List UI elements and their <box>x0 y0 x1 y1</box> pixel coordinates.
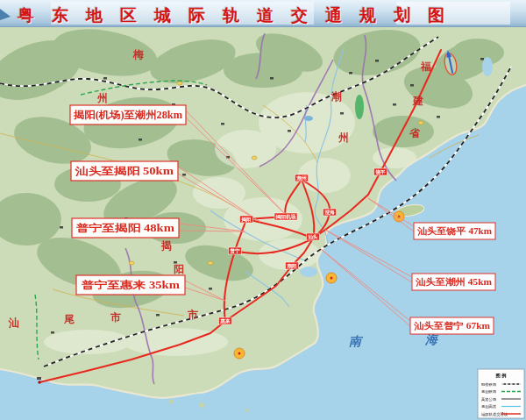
region-label-chaozhou: 潮 <box>331 90 342 103</box>
svg-text:汕头至普宁 67km: 汕头至普宁 67km <box>413 321 491 331</box>
callout-shantou-raoping: 汕头至饶平 47km <box>414 223 495 239</box>
region-label-shanwei: 尾 <box>63 313 75 325</box>
forest-patch <box>355 95 364 119</box>
svg-text:潮州: 潮州 <box>296 175 308 182</box>
city-box-puning: 普宁 <box>229 247 242 254</box>
city-box-huilai: 惠来 <box>219 317 232 324</box>
city-box-chaoyang: 潮阳 <box>286 262 299 269</box>
title-bar: 粤东地区城际轨道交通规划图 <box>0 0 526 27</box>
region-label-meizhou: 梅 <box>132 48 144 61</box>
svg-text:汕头: 汕头 <box>308 234 319 240</box>
callout-jieyang-airport-chaozhou: 揭阳(机场)至潮州28km <box>70 105 186 125</box>
region-label-meizhou: 州 <box>96 92 108 104</box>
callout-shantou-jieyang: 汕头至揭阳 50km <box>71 161 178 181</box>
map-canvas: 梅 州 潮 州 福 建 省 汕 尾 市 揭 阳 市 南 海 <box>0 27 526 420</box>
callout-shantou-puning: 汕头至普宁 67km <box>410 317 494 334</box>
svg-text:既有铁路: 既有铁路 <box>481 382 497 387</box>
header-left-decoration <box>0 9 11 20</box>
region-label-shanwei: 市 <box>110 311 121 324</box>
svg-text:惠来: 惠来 <box>220 318 231 324</box>
svg-text:揭阳(机场)至潮州28km: 揭阳(机场)至潮州28km <box>73 110 183 121</box>
svg-text:汕头至潮州 45km: 汕头至潮州 45km <box>415 277 493 288</box>
sea-label: 海 <box>424 333 439 346</box>
region-label-shanwei: 汕 <box>8 317 19 329</box>
svg-text:揭阳: 揭阳 <box>241 217 252 223</box>
city-box-raoping: 饶平 <box>374 168 387 175</box>
callout-puning-jieyang: 普宁至揭阳 48km <box>72 218 179 238</box>
svg-text:澄海: 澄海 <box>324 210 336 216</box>
region-label-jieyang: 揭 <box>160 239 172 252</box>
city-box-jieyang: 揭阳 <box>240 216 253 223</box>
svg-text:汕头至饶平 47km: 汕头至饶平 47km <box>416 226 493 237</box>
city-box-shantou: 汕头 <box>307 233 320 240</box>
region-label-jieyang: 阳 <box>174 263 184 275</box>
svg-text:普宁: 普宁 <box>230 248 241 254</box>
legend: 图 例 既有铁路 规划铁路 高速公路 规划高速 城际轨道交通线 <box>478 369 524 418</box>
region-label-chaozhou: 州 <box>338 132 349 144</box>
city-box-chenghai: 澄海 <box>323 209 337 216</box>
callout-puning-huilai: 普宁至惠来 35km <box>76 275 185 295</box>
region-label-fujian: 福 <box>420 61 431 73</box>
map-page: 粤东地区城际轨道交通规划图 <box>0 0 526 420</box>
region-label-fujian: 建 <box>412 95 423 107</box>
svg-text:揭阳机场: 揭阳机场 <box>274 214 296 220</box>
region-label-jieyang: 市 <box>187 309 198 321</box>
svg-text:汕头至揭阳 50km: 汕头至揭阳 50km <box>75 166 174 177</box>
city-box-jieyang-airport: 揭阳机场 <box>274 213 297 220</box>
svg-text:规划铁路: 规划铁路 <box>481 389 497 394</box>
city-box-chaozhou: 潮州 <box>295 174 309 182</box>
svg-text:普宁至惠来 35km: 普宁至惠来 35km <box>81 279 181 290</box>
legend-title: 图 例 <box>495 373 506 379</box>
svg-text:规划高速: 规划高速 <box>481 404 496 409</box>
svg-text:饶平: 饶平 <box>375 169 387 175</box>
page-title: 粤东地区城际轨道交通规划图 <box>18 4 462 27</box>
callout-shantou-chaozhou: 汕头至潮州 45km <box>412 274 495 290</box>
region-label-fujian: 省 <box>409 127 421 139</box>
svg-text:高速公路: 高速公路 <box>481 397 497 402</box>
svg-text:普宁至揭阳 48km: 普宁至揭阳 48km <box>75 222 175 233</box>
lake <box>304 116 313 121</box>
svg-text:潮阳: 潮阳 <box>287 263 298 269</box>
